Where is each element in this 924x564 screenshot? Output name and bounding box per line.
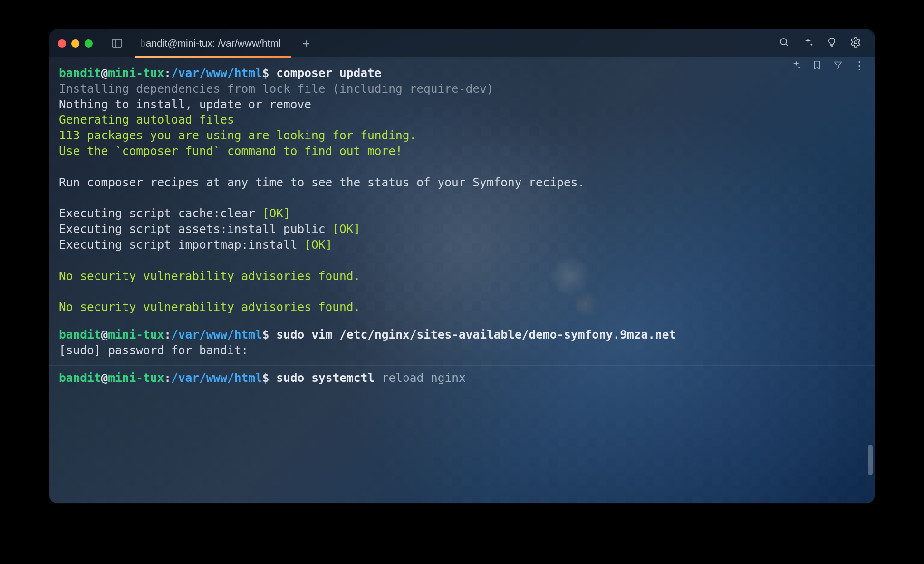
lightbulb-icon[interactable]	[826, 37, 837, 50]
output-line: [sudo] password for bandit:	[59, 343, 865, 359]
titlebar-actions	[779, 37, 866, 50]
bookmark-icon[interactable]	[812, 60, 822, 72]
output-line: Executing script assets:install public […	[59, 222, 865, 237]
output-line: Installing dependencies from lock file (…	[59, 81, 865, 97]
svg-line-1	[786, 44, 788, 46]
output-line: No security vulnerability advisories fou…	[59, 300, 865, 315]
output-line: Nothing to install, update or remove	[59, 97, 865, 113]
command-block: bandit@mini-tux:/var/www/html$ sudo vim …	[49, 322, 875, 366]
output-line: Run composer recipes at any time to see …	[59, 175, 865, 191]
tab-active[interactable]: bandit@mini-tux: /var/www/html	[135, 29, 291, 57]
output-line: Generating autoload files	[59, 112, 865, 128]
terminal-window: bandit@mini-tux: /var/www/html +	[49, 29, 875, 503]
settings-gear-icon[interactable]	[850, 37, 861, 50]
ai-sparkle-icon[interactable]	[802, 37, 814, 50]
window-controls	[58, 39, 93, 48]
scrollbar-thumb[interactable]	[868, 445, 873, 475]
svg-point-2	[854, 41, 857, 44]
filter-icon[interactable]	[833, 60, 843, 72]
output-blank	[59, 284, 865, 300]
output-line: 113 packages you are using are looking f…	[59, 128, 865, 144]
output-line: Executing script importmap:install [OK]	[59, 237, 865, 253]
tab-title: andit@mini-tux: /var/www/html	[146, 38, 281, 49]
prompt-line: bandit@mini-tux:/var/www/html$ composer …	[59, 66, 865, 81]
close-window-button[interactable]	[58, 39, 66, 48]
titlebar: bandit@mini-tux: /var/www/html +	[49, 29, 875, 57]
output-blank	[59, 191, 865, 206]
more-menu-icon[interactable]: ⋮	[854, 60, 866, 72]
sidebar-toggle-icon[interactable]	[112, 39, 122, 48]
ai-sparkle-icon[interactable]	[791, 60, 801, 72]
command-text: composer update	[276, 66, 381, 80]
new-tab-button[interactable]: +	[296, 36, 317, 50]
output-line: Executing script cache:clear [OK]	[59, 206, 865, 222]
minimize-window-button[interactable]	[71, 39, 79, 48]
search-icon[interactable]	[779, 37, 790, 50]
command-arg: /etc/nginx/sites-available/demo-symfony.…	[339, 328, 676, 341]
output-line: No security vulnerability advisories fou…	[59, 269, 865, 284]
prompt-line: bandit@mini-tux:/var/www/html$ sudo vim …	[59, 327, 865, 343]
output-blank	[59, 253, 865, 269]
block-toolbar: ⋮	[791, 60, 866, 72]
output-line: Use the `composer fund` command to find …	[59, 144, 865, 159]
output-blank	[59, 159, 865, 175]
prompt-line: bandit@mini-tux:/var/www/html$ sudo syst…	[59, 370, 865, 386]
terminal-output-area[interactable]: ⋮ bandit@mini-tux:/var/www/html$ compose…	[49, 57, 875, 503]
svg-point-0	[780, 39, 787, 45]
zoom-window-button[interactable]	[85, 39, 93, 48]
tab-title-faded-prefix: b	[140, 38, 146, 49]
command-arg: reload nginx	[382, 371, 466, 385]
command-block: ⋮ bandit@mini-tux:/var/www/html$ compose…	[49, 57, 875, 322]
command-block: bandit@mini-tux:/var/www/html$ sudo syst…	[49, 366, 875, 393]
